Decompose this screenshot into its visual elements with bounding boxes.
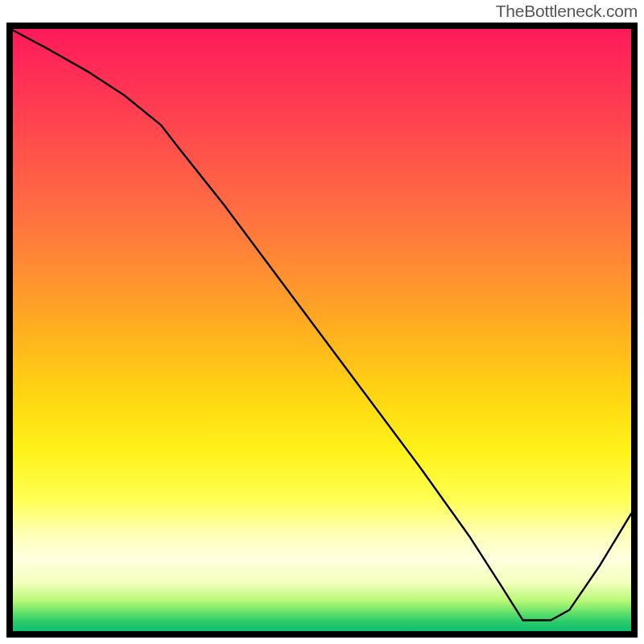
plot-area: [13, 29, 631, 631]
curve-svg: [13, 29, 631, 631]
chart-container: TheBottleneck.com: [0, 0, 644, 644]
watermark-text: TheBottleneck.com: [496, 2, 638, 21]
chart-frame: [6, 23, 638, 638]
bottleneck-curve: [13, 31, 631, 621]
